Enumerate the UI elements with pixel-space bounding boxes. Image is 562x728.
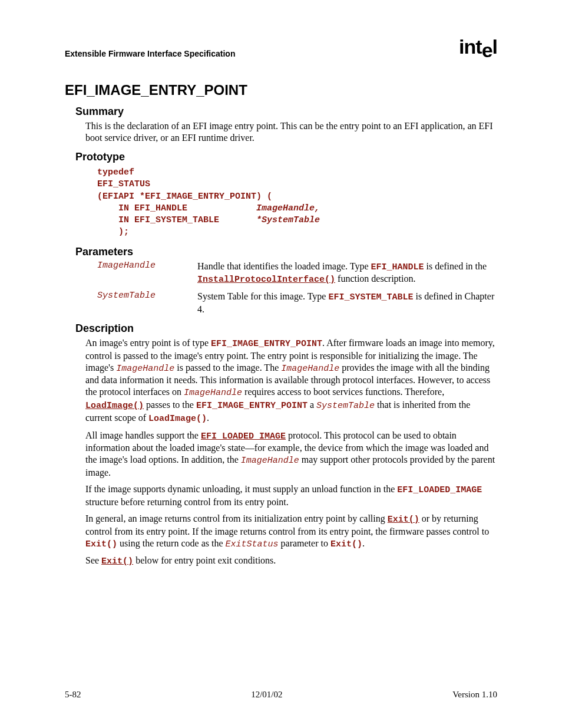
description-para-3: If the image supports dynamic unloading,…: [85, 483, 497, 508]
exit-link-2[interactable]: Exit(): [101, 556, 133, 566]
page-header: Extensible Firmware Interface Specificat…: [65, 35, 497, 58]
page-title: EFI_IMAGE_ENTRY_POINT: [65, 82, 497, 98]
description-para-4: In general, an image returns control fro…: [85, 513, 497, 551]
prototype-heading: Prototype: [75, 151, 497, 163]
summary-heading: Summary: [75, 106, 497, 118]
description-para-2: All image handles support the EFI_LOADED…: [85, 430, 497, 479]
install-protocol-link[interactable]: InstallProtocolInterface(): [197, 275, 335, 285]
description-para-5: See Exit() below for entry point exit co…: [85, 555, 497, 568]
param-desc: Handle that identifies the loaded image.…: [197, 261, 497, 286]
param-name: ImageHandle: [97, 261, 197, 286]
footer-version: Version 1.10: [452, 690, 497, 700]
page-footer: 5-82 12/01/02 Version 1.10: [65, 690, 497, 700]
efi-loaded-image-link[interactable]: EFI_LOADED_IMAGE: [201, 431, 286, 442]
intel-logo: intel: [459, 35, 497, 58]
prototype-code: typedef EFI_STATUS (EFIAPI *EFI_IMAGE_EN…: [97, 167, 497, 239]
footer-page: 5-82: [65, 690, 81, 700]
loadimage-link[interactable]: LoadImage(): [85, 401, 144, 411]
doc-title: Extensible Firmware Interface Specificat…: [65, 49, 235, 58]
param-name: SystemTable: [97, 291, 197, 315]
footer-date: 12/01/02: [251, 690, 282, 700]
parameters-table: ImageHandle Handle that identifies the l…: [97, 261, 497, 315]
exit-link[interactable]: Exit(): [388, 515, 419, 525]
param-row: ImageHandle Handle that identifies the l…: [97, 261, 497, 286]
param-desc: System Table for this image. Type EFI_SY…: [197, 291, 497, 315]
parameters-heading: Parameters: [75, 246, 497, 258]
summary-text: This is the declaration of an EFI image …: [85, 120, 497, 144]
description-heading: Description: [75, 322, 497, 335]
description-para-1: An image's entry point is of type EFI_IM…: [85, 337, 497, 425]
param-row: SystemTable System Table for this image.…: [97, 291, 497, 315]
